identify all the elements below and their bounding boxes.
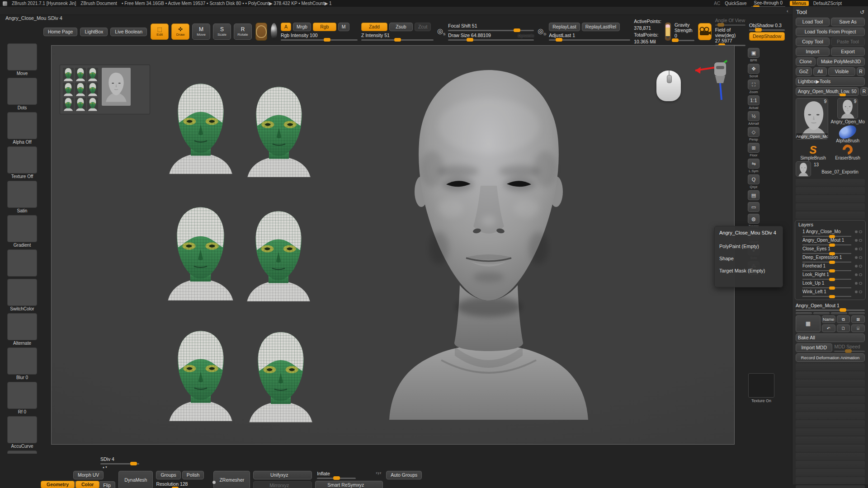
- rgb-intensity-slider[interactable]: Rgb Intensity 100: [281, 33, 358, 41]
- sdiv-arrows-icon[interactable]: ▲▼: [102, 466, 108, 469]
- popup-menu-item[interactable]: Shape: [719, 252, 778, 264]
- goz-visible-button[interactable]: Visible: [828, 67, 855, 76]
- rgb-intensity-handle[interactable]: [324, 38, 330, 42]
- scale-button[interactable]: S Scale: [213, 23, 231, 40]
- layer-eye-icon[interactable]: [859, 239, 862, 242]
- layer-row[interactable]: Angry_Open_Mout 1 ↔: [801, 238, 863, 245]
- layer-row[interactable]: Look_Up 1 ↔: [801, 281, 863, 288]
- smart-resym-button[interactable]: Smart ReSym xyz: [315, 481, 383, 488]
- focal-shift-handle[interactable]: [514, 28, 520, 32]
- right-shelf-icon[interactable]: ▭: [748, 202, 760, 212]
- layer-intensity-slider[interactable]: [802, 236, 851, 237]
- layer-record-icon[interactable]: [855, 230, 858, 233]
- tool-section[interactable]: [796, 404, 865, 411]
- menu-item[interactable]: [138, 10, 145, 11]
- layer-record-icon[interactable]: [855, 273, 858, 276]
- eraserbrush-tool[interactable]: EraserBrush: [835, 145, 860, 160]
- flip-button[interactable]: Flip: [99, 481, 115, 488]
- sculpted-head-model[interactable]: [362, 54, 615, 420]
- layer-eye-icon[interactable]: [859, 230, 862, 233]
- right-shelf-icon[interactable]: ½: [748, 111, 760, 121]
- tray-item[interactable]: AccuCurve: [4, 416, 40, 449]
- layer-duplicate-button[interactable]: ⧉: [837, 315, 850, 323]
- right-shelf-button[interactable]: ⊞ Floor: [748, 143, 760, 157]
- tool-section[interactable]: [796, 453, 865, 460]
- draw-button[interactable]: ✜ Draw: [171, 23, 189, 40]
- tray-item[interactable]: Dots: [4, 78, 40, 110]
- draw-size-handle[interactable]: [467, 38, 473, 42]
- right-shelf-icon[interactable]: Q: [748, 174, 760, 184]
- menu-item[interactable]: [90, 10, 96, 11]
- edit-button[interactable]: ⬚ Edit: [151, 23, 169, 40]
- menu-item[interactable]: [203, 10, 210, 11]
- menu-item[interactable]: [179, 10, 185, 11]
- tray-item-thumbnail[interactable]: [7, 43, 37, 70]
- expression-thumbnail[interactable]: [63, 83, 74, 96]
- right-shelf-button[interactable]: 1:1 Actual: [748, 95, 760, 110]
- layer-eye-icon[interactable]: [859, 265, 862, 267]
- layer-record-icon[interactable]: [855, 291, 858, 293]
- record-deformation-button[interactable]: Record Deformation Animation: [796, 353, 865, 362]
- camera-button[interactable]: [698, 23, 712, 40]
- bake-all-button[interactable]: Bake All: [796, 333, 865, 342]
- right-shelf-icon[interactable]: ⛶: [748, 80, 760, 89]
- layer-merge-button[interactable]: 🗋: [837, 324, 850, 332]
- z-intensity-handle[interactable]: [394, 38, 401, 42]
- menu-item[interactable]: [16, 10, 23, 11]
- focal-shift-slider[interactable]: Focal Shift 51: [448, 23, 534, 31]
- layer-row[interactable]: Wink_Left 1 ↔: [801, 289, 863, 297]
- auto-groups-button[interactable]: Auto Groups: [386, 471, 422, 479]
- expression-thumbnail[interactable]: [75, 98, 86, 111]
- layer-record-icon[interactable]: [855, 248, 858, 250]
- layer-eye-icon[interactable]: [859, 273, 862, 276]
- import-button[interactable]: Import: [796, 47, 830, 56]
- menu-item[interactable]: [146, 10, 153, 11]
- tool-section[interactable]: [796, 420, 865, 427]
- menu-item[interactable]: [212, 10, 218, 11]
- layer-eye-icon[interactable]: [859, 256, 862, 259]
- wireframe-head-5[interactable]: [167, 317, 235, 434]
- color-tab[interactable]: Color: [75, 481, 99, 488]
- head-preview-thumbnail[interactable]: [102, 68, 131, 106]
- replay-last-button[interactable]: ReplayLast: [549, 23, 580, 31]
- tray-item[interactable]: SwitchColor: [4, 279, 40, 311]
- resolution-slider[interactable]: Resolution 128: [156, 481, 210, 488]
- layer-name[interactable]: Look_Right 1: [802, 272, 862, 277]
- tool-section[interactable]: [796, 371, 865, 379]
- base-export-tool[interactable]: 13 Base_07_Exportin: [793, 161, 868, 178]
- selected-layer-handle[interactable]: [840, 308, 846, 312]
- right-shelf-button[interactable]: ▭: [748, 202, 760, 212]
- tray-item[interactable]: Rf 0: [4, 382, 40, 414]
- quicksave-button[interactable]: QuickSave: [725, 1, 746, 6]
- tool-section[interactable]: [796, 187, 865, 194]
- current-material-sphere[interactable]: [271, 23, 277, 40]
- popup-menu-item[interactable]: PolyPaint (Empty): [719, 240, 778, 252]
- menu-item[interactable]: [195, 10, 202, 11]
- sdiv-slider[interactable]: SDiv 4 ▲▼: [99, 456, 148, 469]
- layer-delete-button[interactable]: ⊠: [851, 315, 865, 323]
- clone-button[interactable]: Clone: [796, 57, 816, 66]
- panel-collapse-arrow[interactable]: ‹: [787, 8, 788, 14]
- load-tools-from-project-button[interactable]: Load Tools From Project: [796, 28, 865, 36]
- live-boolean-button[interactable]: Live Boolean: [110, 28, 147, 36]
- groups-button[interactable]: Groups: [156, 471, 180, 479]
- new-layer-button[interactable]: ▦: [796, 315, 821, 332]
- active-tool-handle[interactable]: [840, 94, 846, 96]
- alphabrush-icon[interactable]: [837, 123, 858, 140]
- layer-record-icon[interactable]: [855, 282, 858, 285]
- replay-icon[interactable]: ◎D: [538, 27, 546, 36]
- tray-item[interactable]: Alpha Off: [4, 112, 40, 145]
- zcut-button[interactable]: Zcut: [415, 23, 431, 31]
- right-shelf-button[interactable]: ½ AAHalf: [748, 111, 760, 126]
- menu-item[interactable]: [171, 10, 177, 11]
- layer-intensity-slider[interactable]: [802, 279, 851, 280]
- copy-tool-button[interactable]: Copy Tool: [796, 38, 830, 46]
- layer-eye-icon[interactable]: [859, 248, 862, 250]
- layer-row[interactable]: 1 Angry_Close_Mo ↔: [801, 229, 863, 237]
- layer-record-icon[interactable]: [855, 265, 858, 267]
- layer-name[interactable]: Close_Eyes 1: [802, 246, 862, 251]
- menus-button[interactable]: Menus: [790, 1, 809, 6]
- wireframe-head-1[interactable]: [167, 72, 235, 185]
- right-shelf-button[interactable]: Q Qxyz: [748, 174, 760, 189]
- tool-section[interactable]: [796, 211, 865, 219]
